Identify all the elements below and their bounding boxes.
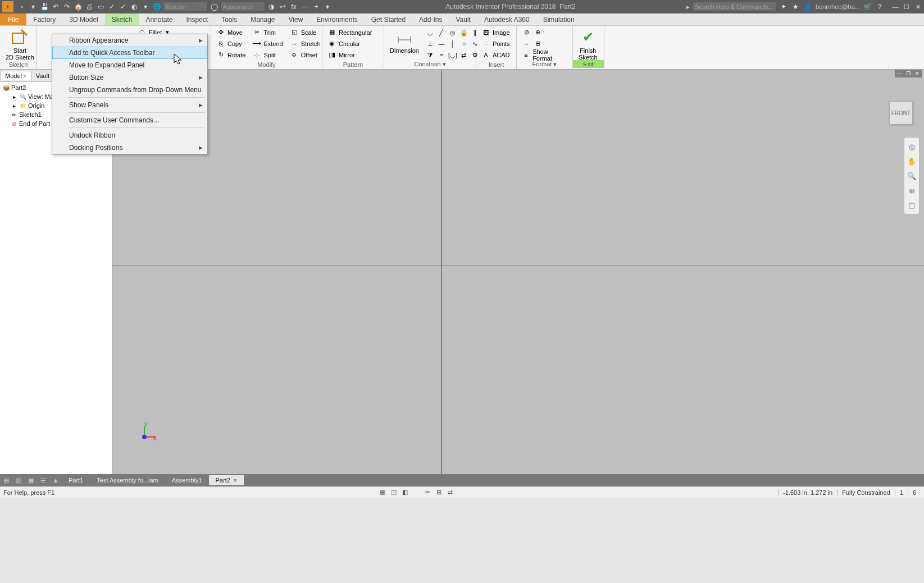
browser-tab-model[interactable]: Model× [0, 71, 31, 80]
points-button[interactable]: ∴Points [480, 38, 512, 49]
cm-show-panels[interactable]: Show Panels▶ [52, 99, 207, 111]
driven-dim-button[interactable]: ↔⊞ [520, 38, 569, 49]
show-format-button[interactable]: ≡Show Format [520, 49, 569, 60]
cm-move-expanded[interactable]: Move to Expanded Panel [52, 59, 207, 71]
tab-environments[interactable]: Environments [309, 13, 364, 25]
close-icon[interactable]: × [23, 73, 26, 79]
expand-icon[interactable]: ▸ [10, 93, 18, 101]
undo-icon[interactable]: ↶ [51, 2, 61, 12]
cm-docking-positions[interactable]: Docking Positions▶ [52, 142, 207, 154]
constraint-symmetric-icon[interactable]: ⧩ [425, 49, 436, 61]
new-icon[interactable]: ▫ [17, 2, 27, 12]
tab-annotate[interactable]: Annotate [139, 13, 179, 25]
constraint-fix-icon[interactable]: 🔒 [458, 27, 470, 38]
viewcube[interactable]: FRONT [889, 101, 913, 125]
image-button[interactable]: 🖼Image [480, 27, 512, 38]
nav-pan-icon[interactable]: ✋ [906, 156, 917, 167]
qat-more-icon[interactable]: ▾ [140, 2, 151, 12]
home-icon[interactable]: 🏠 [73, 2, 83, 12]
tab-3dmodel[interactable]: 3D Model [62, 13, 104, 25]
cm-button-size[interactable]: Button Size▶ [52, 71, 207, 84]
status-toggle-icon[interactable]: ⇄ [444, 488, 456, 498]
appearance-combo[interactable]: Appearance [220, 2, 265, 12]
status-cut-icon[interactable]: ✂ [422, 488, 433, 498]
toggle2-icon[interactable]: ✓ [118, 2, 128, 12]
doctab-assembly1[interactable]: Assembly1 [165, 475, 209, 485]
rotate-button[interactable]: ↻Rotate [215, 49, 247, 60]
tab-sketch[interactable]: Sketch [105, 13, 139, 25]
nav-zoom-icon[interactable]: 🔍 [906, 170, 917, 181]
doctab-test-assembly[interactable]: Test Assembly fo...iam [90, 475, 165, 485]
doctab-part1[interactable]: Part1 [62, 475, 90, 485]
user-icon[interactable]: 👤 [803, 2, 813, 12]
tab-tools[interactable]: Tools [215, 13, 244, 25]
plus-icon[interactable]: + [311, 2, 321, 12]
tab-factory[interactable]: Factory [26, 13, 62, 25]
circular-pattern-button[interactable]: ◉Circular [326, 38, 374, 49]
centerline-icon[interactable]: ⊕ [533, 28, 542, 37]
mdi-close-icon[interactable]: ✕ [913, 70, 921, 77]
browser-tab-vault[interactable]: Vault [31, 71, 54, 80]
constraint-coincident-icon[interactable]: ◡ [425, 27, 436, 38]
tab-simulation[interactable]: Simulation [536, 13, 581, 25]
constraint-collinear-icon[interactable]: ╱ [436, 27, 447, 38]
cart-icon[interactable]: 🛒 [862, 2, 872, 12]
constraint-auto-icon[interactable]: ⇄ [458, 49, 470, 61]
mdi-restore-icon[interactable]: ❐ [904, 70, 912, 77]
status-slice-icon[interactable]: ◧ [399, 488, 411, 498]
toggle1-icon[interactable]: ✓ [107, 2, 117, 12]
nav-wheel-icon[interactable]: ◎ [906, 141, 917, 152]
acad-button[interactable]: AACAD [480, 49, 512, 60]
tab-view[interactable]: View [282, 13, 310, 25]
maximize-button[interactable]: ☐ [903, 3, 911, 11]
tab-tile-vertical-icon[interactable]: ▥ [12, 474, 25, 486]
tab-vault[interactable]: Vault [449, 13, 477, 25]
constraint-vertical-icon[interactable]: │ [447, 38, 458, 49]
graphics-canvas[interactable]: — ❐ ✕ FRONT ◎ ✋ 🔍 ⊕ ▢ Y X [112, 70, 924, 474]
print-icon[interactable]: 🖨 [84, 2, 94, 12]
doctab-part2[interactable]: Part2× [209, 475, 244, 485]
material-combo[interactable]: Material [163, 2, 208, 12]
trim-button[interactable]: ✂Trim [251, 27, 284, 38]
stretch-button[interactable]: ↔Stretch [288, 38, 322, 49]
start-2d-sketch-button[interactable]: Start 2D Sketch [3, 27, 37, 62]
copy-button[interactable]: ⎘Copy [215, 38, 247, 49]
cm-ribbon-appearance[interactable]: Ribbon Appearance▶ [52, 34, 207, 47]
expand-icon[interactable]: ▸ [10, 102, 18, 110]
constraint-equal-icon[interactable]: = [436, 49, 447, 61]
qat-dropdown-icon[interactable]: ▾ [322, 2, 333, 12]
open-icon[interactable]: ▾ [28, 2, 38, 12]
constraint-perpendicular-icon[interactable]: ⊥ [425, 38, 436, 49]
measure-icon[interactable]: — [300, 2, 310, 12]
cm-undock[interactable]: Undock Ribbon [52, 129, 207, 142]
select-icon[interactable]: ▭ [95, 2, 106, 12]
constraint-horizontal-icon[interactable]: — [436, 38, 447, 49]
rectangular-pattern-button[interactable]: ▦Rectangular [326, 27, 374, 38]
tab-inspect[interactable]: Inspect [179, 13, 215, 25]
color-icon[interactable]: ◐ [129, 2, 139, 12]
status-snap-icon[interactable]: ▦ [377, 488, 388, 498]
cm-ungroup[interactable]: Ungroup Commands from Drop-Down Menu [52, 84, 207, 96]
tab-arrow-icon[interactable]: ▲ [49, 474, 62, 486]
tab-addins[interactable]: Add-Ins [412, 13, 449, 25]
appearance-sphere-icon[interactable]: ◯ [209, 2, 219, 12]
return-icon[interactable]: ↩ [277, 2, 288, 12]
user-name[interactable]: bonnrhee@ha... [816, 3, 860, 10]
construction-button[interactable]: ⊘⊕ [520, 27, 569, 38]
swatch-icon[interactable]: ◑ [266, 2, 276, 12]
move-button[interactable]: ✥Move [215, 27, 247, 38]
tab-a360[interactable]: Autodesk A360 [477, 13, 536, 25]
search-input[interactable]: Search Help & Commands... [692, 2, 776, 12]
close-icon[interactable]: × [234, 477, 237, 484]
help-icon[interactable]: ? [875, 2, 885, 12]
scale-button[interactable]: ◱Scale [288, 27, 322, 38]
tab-cascade-icon[interactable]: ☰ [37, 474, 49, 486]
nav-orbit-icon[interactable]: ⊕ [906, 185, 917, 196]
tab-tile-grid-icon[interactable]: ▦ [25, 474, 37, 486]
redo-icon[interactable]: ↷ [62, 2, 72, 12]
finish-sketch-button[interactable]: ✔ Finish Sketch [576, 27, 600, 62]
status-grid-icon[interactable]: ◫ [388, 488, 399, 498]
status-ortho-icon[interactable]: ⊞ [433, 488, 444, 498]
save-icon[interactable]: 💾 [39, 2, 49, 12]
globe-icon[interactable]: 🌐 [152, 2, 162, 12]
